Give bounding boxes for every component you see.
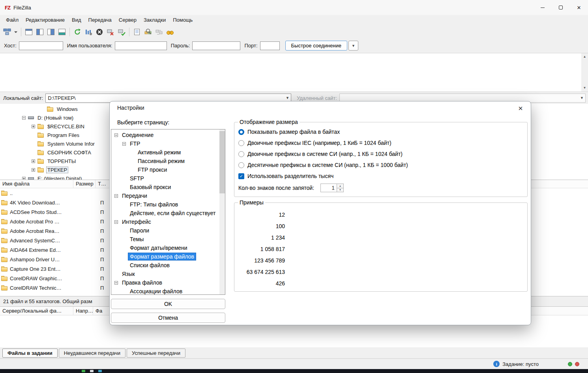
settings-tree-item[interactable]: Ассоциации файлов [111, 287, 225, 295]
port-input[interactable] [260, 41, 280, 50]
refresh-icon[interactable] [72, 27, 83, 37]
dialog-title: Настройки [117, 105, 144, 111]
cancel-button[interactable]: Отмена [111, 313, 225, 323]
radio-option[interactable]: Показывать размер файла в байтах [238, 128, 340, 136]
queue-column-header[interactable]: Напр… [73, 307, 93, 315]
settings-tree-item[interactable]: Базовый прокси [111, 183, 225, 191]
radio-option[interactable]: Двоичные префиксы IEC (например, 1 КиБ =… [238, 139, 391, 147]
menu-item[interactable]: Закладки [140, 15, 169, 25]
filter-icon[interactable] [131, 27, 142, 37]
folder-icon [1, 220, 7, 224]
menu-item[interactable]: Передача [85, 15, 115, 25]
settings-tree-item[interactable]: SFTP [111, 174, 225, 183]
settings-tree-item[interactable]: Пассивный режим [111, 157, 225, 165]
sync-browsing-icon[interactable] [154, 27, 165, 37]
settings-tree-item[interactable]: Темы [111, 235, 225, 244]
settings-tree-item[interactable]: Правка файлов [111, 278, 225, 287]
settings-tree-item[interactable]: FTP прокси [111, 165, 225, 174]
column-header[interactable]: Размер [73, 180, 96, 188]
spinner-down-icon[interactable]: ▼ [337, 188, 344, 193]
settings-tree-item[interactable]: Соединение [111, 131, 225, 139]
settings-tree-item[interactable]: Интерфейс [111, 217, 225, 226]
file-name-cell: Ashampoo Driver U… [0, 257, 76, 262]
ok-button[interactable]: OK [111, 299, 225, 309]
queue-tab[interactable]: Неудавшиеся передачи [59, 349, 125, 358]
expander-minus-icon[interactable] [114, 220, 118, 224]
close-button[interactable]: ✕ [570, 0, 588, 15]
menu-item[interactable]: Файл [2, 15, 22, 25]
scroll-down-icon[interactable]: ▼ [583, 85, 586, 91]
reconnect-icon[interactable] [116, 27, 127, 37]
spinner-up-icon[interactable]: ▲ [337, 184, 344, 188]
dialog-close-button[interactable]: ✕ [515, 103, 526, 114]
toggle-remote-tree-icon[interactable] [45, 27, 56, 37]
expander-minus-icon[interactable] [114, 194, 118, 198]
column-header[interactable]: Имя файла [0, 180, 73, 188]
disconnect-icon[interactable] [105, 27, 116, 37]
menu-item[interactable]: Вид [68, 15, 85, 25]
compare-directories-icon[interactable] [142, 27, 154, 37]
site-manager-icon[interactable] [2, 27, 13, 37]
folder-icon [37, 168, 44, 172]
toggle-message-log-icon[interactable] [23, 27, 34, 37]
settings-tree-label: FTP [128, 140, 142, 147]
site-manager-dropdown-icon[interactable] [13, 27, 19, 37]
settings-tree-item[interactable]: Формат размера файлов [111, 252, 225, 261]
settings-tree-label: Активный режим [136, 149, 182, 156]
expander-plus-icon[interactable] [32, 125, 35, 128]
settings-tree-item[interactable]: Активный режим [111, 148, 225, 157]
toggle-transfer-queue-icon[interactable] [56, 27, 67, 37]
checkbox-checked-icon[interactable]: ✓ [238, 173, 244, 179]
quickconnect-button[interactable]: Быстрое соединение [285, 41, 347, 51]
queue-tab[interactable]: Файлы в задании [2, 349, 58, 358]
examples-values: 121001 2341 058 817123 456 78963 674 225… [238, 209, 285, 289]
thousands-separator-option[interactable]: ✓ Использовать разделитель тысяч [238, 172, 333, 180]
quickconnect-dropdown-button[interactable]: ▼ [348, 41, 358, 51]
expander-minus-icon[interactable] [122, 142, 126, 146]
settings-tree: СоединениеFTPАктивный режимПассивный реж… [111, 129, 225, 295]
queue-tab[interactable]: Успешные передачи [127, 349, 185, 358]
settings-tree-item[interactable]: Пароли [111, 226, 225, 235]
expander-minus-icon[interactable] [22, 116, 26, 120]
expander-plus-icon[interactable] [32, 168, 35, 172]
process-queue-icon[interactable] [83, 27, 94, 37]
settings-tree-item[interactable]: Передачи [111, 191, 225, 200]
radio-option[interactable]: Десятичные префиксы в системе СИ (напр.,… [238, 161, 408, 169]
radio-icon[interactable] [238, 151, 244, 157]
tree-item-label: E: (Western Digital) [36, 175, 83, 180]
expander-plus-icon[interactable] [32, 159, 35, 163]
radio-icon[interactable] [238, 162, 244, 168]
menu-item[interactable]: Редактирование [22, 15, 68, 25]
password-input[interactable] [192, 41, 240, 50]
settings-tree-item[interactable]: Действие, если файл существует [111, 209, 225, 217]
settings-tree-item[interactable]: Язык [111, 270, 225, 278]
settings-tree-scrollbar[interactable] [219, 129, 225, 294]
message-log-scrollbar[interactable]: ▲ ▼ [581, 53, 588, 92]
host-input[interactable] [19, 41, 63, 50]
radio-checked-icon[interactable] [238, 129, 244, 135]
queue-column-header[interactable]: Сервер/Локальный фа… [0, 307, 73, 315]
menu-item[interactable]: Сервер [115, 15, 140, 25]
radio-option[interactable]: Двоичные префиксы в системе СИ (напр., 1… [238, 150, 403, 158]
menu-item[interactable]: Помощь [169, 15, 196, 25]
settings-tree-item[interactable]: Формат даты/времени [111, 244, 225, 252]
username-input[interactable] [115, 41, 167, 50]
expander-minus-icon[interactable] [114, 281, 118, 285]
settings-tree-item[interactable]: FTP: Типы файлов [111, 200, 225, 209]
decimal-places-input[interactable] [320, 184, 337, 192]
settings-tree-item[interactable]: FTP [111, 139, 225, 148]
find-files-icon[interactable] [165, 27, 176, 37]
maximize-button[interactable] [552, 0, 570, 15]
chevron-down-icon[interactable]: ▼ [284, 96, 291, 100]
scrollbar-thumb[interactable] [219, 131, 225, 193]
expander-plus-icon[interactable] [22, 177, 26, 180]
expander-minus-icon[interactable] [114, 133, 118, 137]
toggle-local-tree-icon[interactable] [34, 27, 45, 37]
radio-icon[interactable] [238, 140, 244, 146]
cancel-operation-icon[interactable] [94, 27, 105, 37]
settings-tree-item[interactable]: Списки файлов [111, 261, 225, 270]
minimize-button[interactable] [534, 0, 552, 15]
scroll-up-icon[interactable]: ▲ [583, 54, 586, 60]
example-value: 1 234 [238, 232, 285, 244]
settings-tree-label: FTP: Типы файлов [128, 201, 180, 208]
